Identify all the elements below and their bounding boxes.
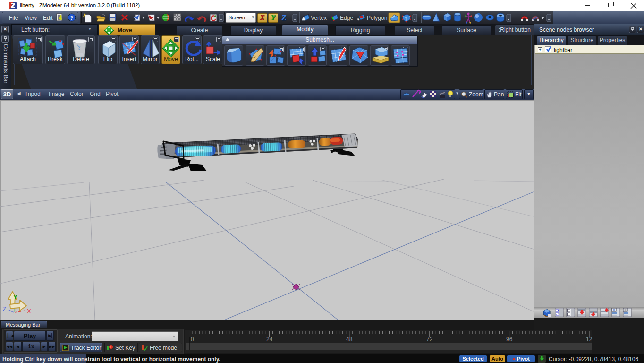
svg-text:Z: Z: [2, 305, 7, 313]
svg-text:96: 96: [506, 336, 513, 343]
svg-text:12: 12: [586, 336, 592, 343]
svg-text:0: 0: [191, 336, 194, 343]
svg-text:24: 24: [266, 336, 273, 343]
svg-text:?: ?: [70, 15, 73, 21]
svg-text:72: 72: [426, 336, 433, 343]
svg-text:48: 48: [346, 336, 353, 343]
svg-text:Y: Y: [13, 294, 17, 301]
svg-text:X: X: [27, 308, 31, 315]
